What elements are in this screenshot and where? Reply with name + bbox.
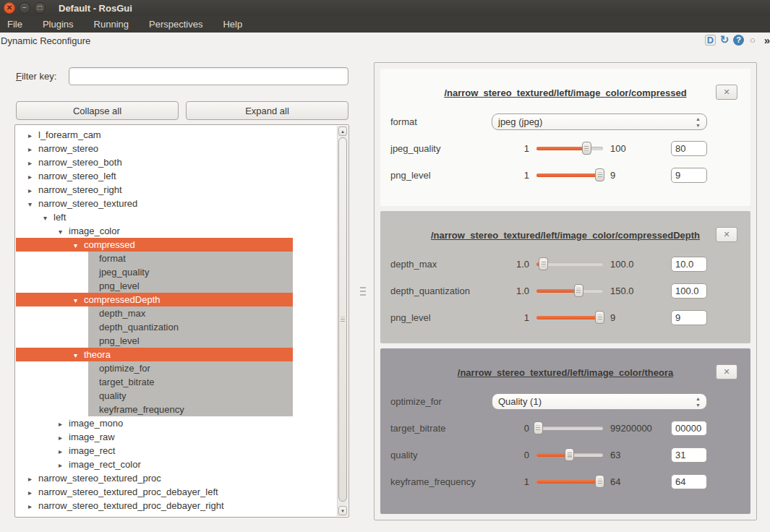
value-field[interactable]: 64: [671, 474, 707, 489]
value-field[interactable]: 100.0: [671, 283, 707, 299]
value-field[interactable]: 80: [671, 141, 707, 156]
tree-row[interactable]: ▸narrow_stereo_textured_proc: [16, 471, 337, 485]
value-field[interactable]: 9: [671, 168, 707, 183]
plugin-d-icon[interactable]: D: [705, 35, 716, 46]
tree-row[interactable]: ▾compressedDepth: [16, 293, 337, 306]
chevron-down-icon[interactable]: ▾: [74, 293, 84, 307]
chevron-down-icon[interactable]: ▾: [28, 197, 38, 211]
value-field[interactable]: 00000: [671, 421, 707, 436]
chevron-right-icon[interactable]: ▸: [59, 431, 69, 445]
tree-row[interactable]: keyframe_frequency: [16, 403, 337, 416]
close-window-button[interactable]: ✕: [4, 2, 15, 14]
combo-box[interactable]: jpeg (jpeg) ▲▼: [492, 113, 707, 130]
tree-row[interactable]: ▸narrow_stereo_textured_proc_rectify_col…: [16, 512, 337, 516]
slider-handle[interactable]: [582, 142, 591, 155]
tree-row[interactable]: ▸narrow_stereo_textured_proc_debayer_rig…: [16, 499, 337, 512]
slider-handle[interactable]: [574, 284, 583, 297]
tree-row[interactable]: jpeg_quality: [16, 265, 337, 279]
tree-row[interactable]: ▾compressed: [16, 238, 337, 252]
close-panel-button[interactable]: ✕: [716, 85, 737, 100]
slider-handle[interactable]: [595, 311, 604, 324]
tree-row[interactable]: ▸narrow_stereo_textured_proc_debayer_lef…: [16, 485, 337, 499]
tree-row[interactable]: ▸image_raw: [16, 430, 337, 444]
slider-track[interactable]: [536, 147, 603, 150]
chevron-right-icon[interactable]: ▸: [59, 417, 69, 431]
combo-box[interactable]: Quality (1) ▲▼: [492, 393, 707, 410]
chevron-right-icon[interactable]: ▸: [28, 513, 38, 516]
tree-row[interactable]: ▾theora: [16, 348, 337, 361]
close-panel-button[interactable]: ✕: [716, 364, 737, 379]
slider-handle[interactable]: [534, 421, 543, 434]
slider-track[interactable]: [536, 316, 603, 319]
tree-row[interactable]: format: [16, 252, 337, 265]
value-field[interactable]: 10.0: [671, 257, 707, 272]
reload-icon[interactable]: ↻: [719, 34, 730, 46]
chevron-down-icon[interactable]: ▾: [74, 348, 84, 362]
slider-track[interactable]: [536, 453, 603, 457]
spinner-arrows-icon[interactable]: ▲▼: [696, 116, 701, 129]
spinner-arrows-icon[interactable]: ▲▼: [696, 395, 701, 408]
menu-item-help[interactable]: Help: [223, 19, 242, 30]
tree-row[interactable]: ▾image_color: [16, 224, 337, 238]
chevron-right-icon[interactable]: ▸: [28, 170, 38, 184]
collapse-all-button[interactable]: Collapse all: [16, 101, 179, 120]
panel-title-link[interactable]: /narrow_stereo_textured/left/image_color…: [431, 230, 700, 241]
slider-track[interactable]: [536, 173, 603, 177]
expand-all-button[interactable]: Expand all: [186, 101, 348, 120]
value-field[interactable]: 9: [671, 310, 707, 325]
tree-row[interactable]: ▸l_forearm_cam: [16, 128, 337, 142]
help-icon[interactable]: ?: [733, 35, 744, 46]
panel-title-link[interactable]: /narrow_stereo_textured/left/image_color…: [444, 87, 686, 98]
tree-row[interactable]: ▸narrow_stereo: [16, 142, 337, 155]
chevron-right-icon[interactable]: ▸: [28, 486, 38, 499]
tree-row[interactable]: depth_max: [16, 306, 337, 320]
chevron-right-icon[interactable]: ▸: [59, 458, 69, 472]
slider-handle[interactable]: [595, 168, 604, 181]
scrollbar-thumb[interactable]: [338, 137, 347, 502]
tree-row[interactable]: png_level: [16, 279, 337, 293]
slider-handle[interactable]: [539, 257, 548, 270]
chevron-right-icon[interactable]: ▸: [28, 129, 38, 142]
chevron-right-icon[interactable]: ▸: [28, 156, 38, 170]
slider-track[interactable]: [536, 426, 603, 430]
chevron-right-icon[interactable]: ▸: [59, 445, 69, 458]
tree-row[interactable]: ▸image_rect_color: [16, 458, 337, 471]
tree-row[interactable]: ▸image_mono: [16, 416, 337, 430]
tree-row[interactable]: target_bitrate: [16, 375, 337, 389]
scroll-up-icon[interactable]: ▲: [338, 126, 347, 136]
close-panel-button[interactable]: ✕: [716, 227, 737, 242]
tree-row[interactable]: quality: [16, 389, 337, 403]
chevron-right-icon[interactable]: ▸: [28, 472, 38, 486]
slider-handle[interactable]: [595, 475, 604, 488]
tree-scrollbar[interactable]: ▲ ▼: [337, 126, 348, 516]
minimize-window-button[interactable]: −: [19, 2, 30, 14]
panel-title-link[interactable]: /narrow_stereo_textured/left/image_color…: [458, 367, 673, 378]
slider-handle[interactable]: [565, 448, 574, 461]
tree-row[interactable]: ▾narrow_stereo_textured: [16, 197, 337, 210]
scroll-down-icon[interactable]: ▼: [338, 506, 347, 515]
chevrons-icon[interactable]: »: [761, 34, 770, 46]
slider-track[interactable]: [536, 262, 603, 266]
value-field[interactable]: 31: [671, 447, 707, 463]
menu-item-plugins[interactable]: Plugins: [43, 19, 74, 30]
menu-item-perspectives[interactable]: Perspectives: [149, 19, 202, 30]
tree-row[interactable]: ▾left: [16, 210, 337, 224]
chevron-right-icon[interactable]: ▸: [28, 184, 38, 197]
filter-key-input[interactable]: [69, 67, 348, 85]
maximize-window-button[interactable]: □: [34, 2, 46, 14]
chevron-right-icon[interactable]: ▸: [28, 142, 38, 156]
tree-row[interactable]: ▸narrow_stereo_both: [16, 155, 337, 169]
slider-track[interactable]: [536, 480, 603, 484]
tree-row[interactable]: png_level: [16, 334, 337, 348]
tree-row[interactable]: ▸narrow_stereo_right: [16, 183, 337, 197]
circle-icon[interactable]: ○: [747, 34, 758, 46]
tree-row[interactable]: ▸image_rect: [16, 444, 337, 458]
slider-track[interactable]: [536, 289, 603, 293]
tree-row[interactable]: depth_quantization: [16, 320, 337, 334]
tree-row[interactable]: ▸narrow_stereo_left: [16, 169, 337, 183]
menu-item-file[interactable]: File: [7, 19, 22, 30]
chevron-down-icon[interactable]: ▾: [43, 211, 54, 225]
splitter-handle[interactable]: [360, 287, 366, 297]
tree-row[interactable]: optimize_for: [16, 361, 337, 375]
chevron-down-icon[interactable]: ▾: [59, 225, 69, 239]
